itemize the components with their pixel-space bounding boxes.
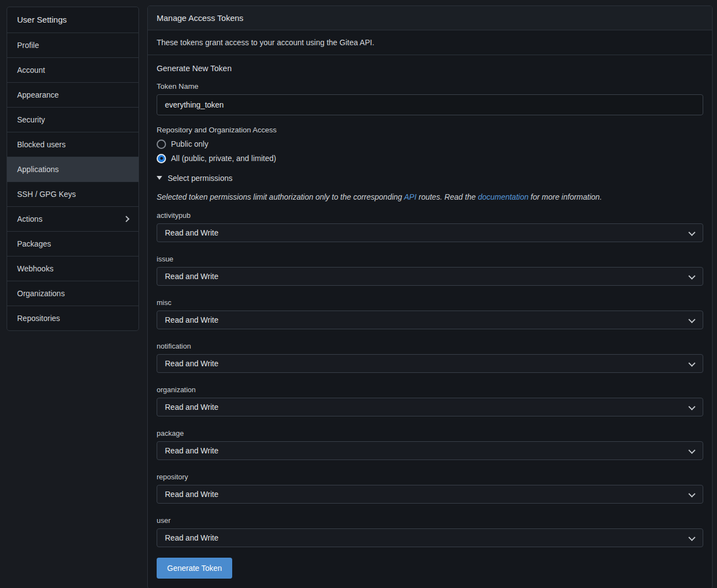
sidebar-item-profile[interactable]: Profile	[7, 33, 138, 57]
note-text: routes. Read the	[416, 193, 478, 201]
sidebar-item-webhooks[interactable]: Webhooks	[7, 256, 138, 281]
permission-select-user[interactable]: Read and Write	[157, 528, 703, 547]
tokens-description: These tokens grant access to your accoun…	[148, 30, 712, 55]
sidebar-item-label: Repositories	[17, 306, 60, 330]
sidebar-item-organizations[interactable]: Organizations	[7, 281, 138, 306]
select-value: Read and Write	[165, 272, 218, 281]
form-heading: Generate New Token	[157, 64, 703, 73]
permission-select-organization[interactable]: Read and Write	[157, 398, 703, 416]
page-title: Manage Access Tokens	[148, 6, 712, 30]
radio-public-only[interactable]: Public only	[157, 139, 703, 149]
sidebar-item-label: Profile	[17, 33, 39, 57]
chevron-down-icon	[688, 316, 695, 323]
permissions-note: Selected token permissions limit authori…	[157, 193, 703, 201]
sidebar-item-ssh-gpg-keys[interactable]: SSH / GPG Keys	[7, 181, 138, 206]
permission-label-notification: notification	[157, 342, 703, 350]
sidebar-item-label: Blocked users	[17, 132, 66, 157]
permission-select-issue[interactable]: Read and Write	[157, 267, 703, 286]
sidebar-item-applications[interactable]: Applications	[7, 157, 138, 181]
chevron-down-icon	[688, 360, 695, 367]
permission-select-repository[interactable]: Read and Write	[157, 485, 703, 504]
chevron-down-icon	[688, 229, 695, 236]
radio-icon[interactable]	[157, 140, 166, 149]
settings-sidebar: User Settings Profile Account Appearance…	[7, 7, 139, 331]
sidebar-title: User Settings	[7, 7, 138, 33]
radio-label: All (public, private, and limited)	[171, 154, 276, 163]
sidebar-item-actions[interactable]: Actions	[7, 206, 138, 231]
sidebar-item-appearance[interactable]: Appearance	[7, 82, 138, 107]
manage-tokens-panel: Manage Access Tokens These tokens grant …	[147, 6, 713, 588]
radio-all-access[interactable]: All (public, private, and limited)	[157, 153, 703, 163]
select-value: Read and Write	[165, 490, 218, 499]
permission-select-notification[interactable]: Read and Write	[157, 354, 703, 373]
caret-down-icon	[157, 176, 162, 180]
chevron-down-icon	[688, 447, 695, 454]
sidebar-item-label: Account	[17, 58, 45, 82]
sidebar-item-label: Appearance	[17, 83, 59, 107]
sidebar-item-account[interactable]: Account	[7, 57, 138, 82]
permission-label-issue: issue	[157, 255, 703, 263]
select-value: Read and Write	[165, 359, 218, 368]
chevron-down-icon	[688, 534, 695, 541]
chevron-down-icon	[688, 403, 695, 410]
chevron-down-icon	[688, 490, 695, 498]
permission-label-activitypub: activitypub	[157, 211, 703, 220]
permission-select-package[interactable]: Read and Write	[157, 441, 703, 460]
select-permissions-label: Select permissions	[168, 174, 233, 183]
sidebar-item-packages[interactable]: Packages	[7, 231, 138, 256]
sidebar-item-label: Applications	[17, 157, 59, 181]
note-text: Selected token permissions limit authori…	[157, 193, 404, 201]
sidebar-item-label: SSH / GPG Keys	[17, 182, 76, 206]
permission-label-user: user	[157, 516, 703, 525]
access-scope-label: Repository and Organization Access	[157, 126, 703, 134]
token-name-input[interactable]	[157, 94, 703, 115]
note-text: for more information.	[528, 193, 602, 201]
select-value: Read and Write	[165, 228, 218, 237]
chevron-right-icon	[123, 216, 129, 222]
sidebar-item-security[interactable]: Security	[7, 107, 138, 132]
select-value: Read and Write	[165, 316, 218, 324]
permission-label-package: package	[157, 429, 703, 437]
radio-label: Public only	[171, 140, 208, 148]
chevron-down-icon	[688, 272, 695, 280]
permission-label-repository: repository	[157, 473, 703, 481]
select-value: Read and Write	[165, 533, 218, 542]
sidebar-item-repositories[interactable]: Repositories	[7, 306, 138, 330]
sidebar-item-label: Webhooks	[17, 256, 53, 281]
select-value: Read and Write	[165, 403, 218, 411]
permission-select-misc[interactable]: Read and Write	[157, 311, 703, 329]
sidebar-item-blocked-users[interactable]: Blocked users	[7, 132, 138, 157]
api-link[interactable]: API	[404, 193, 417, 201]
radio-icon[interactable]	[157, 154, 166, 163]
generate-token-button[interactable]: Generate Token	[157, 558, 232, 579]
sidebar-item-label: Organizations	[17, 281, 65, 306]
token-name-label: Token Name	[157, 82, 703, 90]
generate-token-form: Generate New Token Token Name Repository…	[148, 55, 712, 588]
permission-select-activitypub[interactable]: Read and Write	[157, 223, 703, 242]
permission-label-organization: organization	[157, 386, 703, 394]
documentation-link[interactable]: documentation	[478, 193, 528, 201]
sidebar-item-label: Actions	[17, 207, 42, 231]
sidebar-item-label: Packages	[17, 232, 51, 256]
sidebar-item-label: Security	[17, 108, 45, 132]
select-value: Read and Write	[165, 446, 218, 455]
permission-label-misc: misc	[157, 298, 703, 307]
select-permissions-toggle[interactable]: Select permissions	[157, 173, 703, 183]
